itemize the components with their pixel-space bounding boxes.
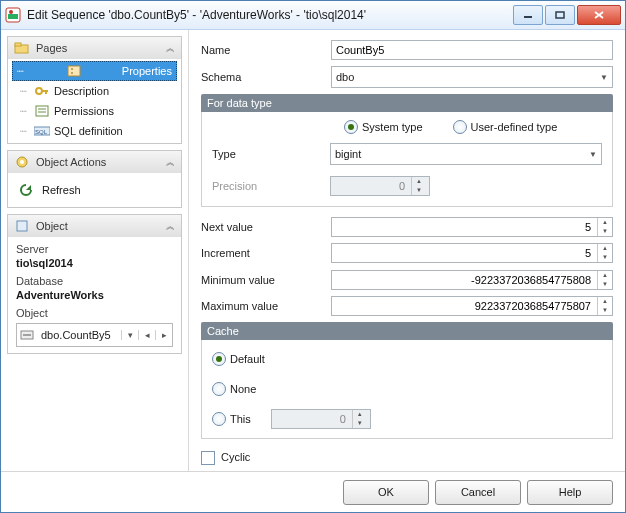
cache-header: Cache xyxy=(201,322,613,340)
help-button[interactable]: Help xyxy=(527,480,613,505)
user-type-radio[interactable]: User-defined type xyxy=(453,120,558,134)
pages-header[interactable]: Pages ︽ xyxy=(8,37,181,59)
increment-stepper[interactable]: ▲▼ xyxy=(331,243,613,263)
page-description[interactable]: ┈ Description xyxy=(12,81,177,101)
pages-panel: Pages ︽ ┈ Properties ┈ Description xyxy=(7,36,182,144)
max-value-label: Maximum value xyxy=(201,300,331,312)
svg-text:SQL: SQL xyxy=(35,129,48,135)
object-header[interactable]: Object ︽ xyxy=(8,215,181,237)
nav-right-icon[interactable]: ▸ xyxy=(155,330,172,340)
svg-point-21 xyxy=(20,160,24,164)
next-value-stepper[interactable]: ▲▼ xyxy=(331,217,613,237)
cache-this-stepper: ▲▼ xyxy=(271,409,371,429)
object-icon xyxy=(14,218,30,234)
window-title: Edit Sequence 'dbo.CountBy5' - 'Adventur… xyxy=(27,8,513,22)
svg-point-12 xyxy=(36,88,42,94)
close-button[interactable] xyxy=(577,5,621,25)
app-icon xyxy=(5,7,21,23)
object-selector[interactable]: dbo.CountBy5 ▾ ◂ ▸ xyxy=(16,323,173,347)
chevron-down-icon: ▼ xyxy=(589,150,597,159)
cache-this-radio[interactable]: This xyxy=(212,412,251,426)
min-value-label: Minimum value xyxy=(201,274,331,286)
chevron-down-icon: ▼ xyxy=(600,73,608,82)
type-select[interactable]: bigint▼ xyxy=(330,143,602,165)
chevron-up-icon: ︽ xyxy=(166,42,175,55)
svg-point-10 xyxy=(71,68,73,70)
name-input[interactable] xyxy=(331,40,613,60)
database-label: Database xyxy=(16,275,173,287)
gear-icon xyxy=(14,154,30,170)
page-properties[interactable]: ┈ Properties xyxy=(12,61,177,81)
dialog-footer: OK Cancel Help xyxy=(1,471,625,512)
schema-label: Schema xyxy=(201,71,331,83)
name-label: Name xyxy=(201,44,331,56)
titlebar: Edit Sequence 'dbo.CountBy5' - 'Adventur… xyxy=(1,1,625,30)
svg-rect-15 xyxy=(36,106,48,116)
key-icon xyxy=(34,84,50,98)
max-value-stepper[interactable]: ▲▼ xyxy=(331,296,613,316)
server-value: tio\sql2014 xyxy=(16,257,173,269)
cache-default-radio[interactable]: Default xyxy=(212,352,265,366)
nav-left-icon[interactable]: ◂ xyxy=(138,330,155,340)
svg-rect-8 xyxy=(15,43,21,46)
object-label: Object xyxy=(16,307,173,319)
server-label: Server xyxy=(16,243,173,255)
dropdown-icon[interactable]: ▾ xyxy=(121,330,138,340)
sql-icon: SQL xyxy=(34,124,50,138)
precision-label: Precision xyxy=(212,180,330,192)
sequence-icon xyxy=(17,329,37,341)
svg-rect-4 xyxy=(556,12,564,18)
permissions-icon xyxy=(34,104,50,118)
precision-stepper: ▲▼ xyxy=(330,176,430,196)
increment-label: Increment xyxy=(201,247,331,259)
min-value-stepper[interactable]: ▲▼ xyxy=(331,270,613,290)
chevron-up-icon: ︽ xyxy=(166,156,175,169)
type-label: Type xyxy=(212,148,330,160)
maximize-button[interactable] xyxy=(545,5,575,25)
system-type-radio[interactable]: System type xyxy=(344,120,423,134)
svg-point-2 xyxy=(9,10,13,14)
refresh-icon xyxy=(18,182,34,198)
svg-point-11 xyxy=(71,72,73,74)
cancel-button[interactable]: Cancel xyxy=(435,480,521,505)
ok-button[interactable]: OK xyxy=(343,480,429,505)
datatype-header: For data type xyxy=(201,94,613,112)
cyclic-checkbox[interactable]: Cyclic xyxy=(201,451,250,463)
database-value: AdventureWorks xyxy=(16,289,173,301)
page-permissions[interactable]: ┈ Permissions xyxy=(12,101,177,121)
folder-icon xyxy=(14,40,30,56)
object-panel: Object ︽ Server tio\sql2014 Database Adv… xyxy=(7,214,182,354)
schema-select[interactable]: dbo▼ xyxy=(331,66,613,88)
svg-rect-9 xyxy=(68,66,80,76)
page-sql-definition[interactable]: ┈ SQL SQL definition xyxy=(12,121,177,141)
svg-rect-1 xyxy=(8,14,18,19)
chevron-up-icon: ︽ xyxy=(166,220,175,233)
properties-icon xyxy=(66,64,82,78)
svg-rect-22 xyxy=(17,221,27,231)
cache-none-radio[interactable]: None xyxy=(212,382,256,396)
minimize-button[interactable] xyxy=(513,5,543,25)
next-value-label: Next value xyxy=(201,221,331,233)
object-actions-panel: Object Actions ︽ Refresh xyxy=(7,150,182,208)
object-actions-header[interactable]: Object Actions ︽ xyxy=(8,151,181,173)
refresh-action[interactable]: Refresh xyxy=(10,177,179,203)
